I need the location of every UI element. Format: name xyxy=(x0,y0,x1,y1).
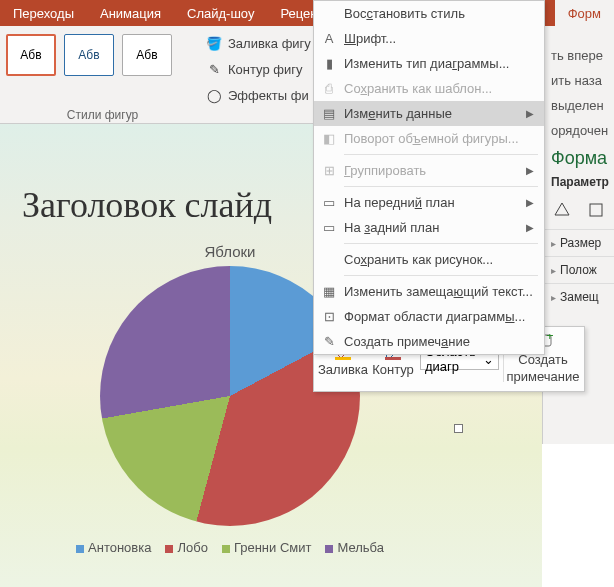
submenu-arrow-icon: ▶ xyxy=(524,108,536,119)
menu-item-label: Изменить данные xyxy=(344,106,524,121)
context-menu-item: ⎙Сохранить как шаблон... xyxy=(314,76,544,101)
menu-item-icon: ▮ xyxy=(314,56,344,71)
menu-item-icon: ▭ xyxy=(314,220,344,235)
legend-item-0[interactable]: Антоновка xyxy=(76,540,151,555)
section-alttext[interactable]: Замещ xyxy=(543,283,614,310)
tab-slideshow[interactable]: Слайд-шоу xyxy=(174,0,267,26)
menu-item-icon: ⊞ xyxy=(314,163,344,178)
send-backward-label[interactable]: ить наза xyxy=(551,73,608,88)
selection-pane-label[interactable]: выделен xyxy=(551,98,608,113)
menu-item-label: Поворот объемной фигуры... xyxy=(344,131,536,146)
context-menu-item[interactable]: ▮Изменить тип диаграммы... xyxy=(314,51,544,76)
svg-rect-4 xyxy=(385,357,401,360)
menu-item-icon: ▤ xyxy=(314,106,344,121)
menu-item-icon: ▭ xyxy=(314,195,344,210)
tab-format[interactable]: Форм xyxy=(555,0,614,26)
chart-legend: Антоновка Лобо Гренни Смит Мельба xyxy=(0,526,460,555)
menu-item-label: Сохранить как рисунок... xyxy=(344,252,536,267)
shape-fill-label: Заливка фигу xyxy=(228,36,311,51)
context-menu-separator xyxy=(344,154,538,155)
submenu-arrow-icon: ▶ xyxy=(524,197,536,208)
bring-forward-label[interactable]: ть впере xyxy=(551,48,608,63)
tab-transitions[interactable]: Переходы xyxy=(0,0,87,26)
shape-tool-column: 🪣 Заливка фигу ✎ Контур фигу ◯ Эффекты ф… xyxy=(205,26,311,123)
group-label-shape-styles: Стили фигур xyxy=(6,108,199,122)
bucket-icon: 🪣 xyxy=(205,34,223,52)
shape-style-2[interactable]: Абв xyxy=(64,34,114,76)
shape-style-1[interactable]: Абв xyxy=(6,34,56,76)
arrange-label[interactable]: орядочен xyxy=(551,123,608,138)
menu-item-icon: ⎙ xyxy=(314,81,344,96)
menu-item-label: На задний план xyxy=(344,220,524,235)
shape-style-gallery: Абв Абв Абв Стили фигур xyxy=(0,26,205,123)
menu-item-icon: ⊡ xyxy=(314,309,344,324)
context-menu-separator xyxy=(344,243,538,244)
context-menu: Восстановить стильAШрифт...▮Изменить тип… xyxy=(313,0,545,355)
fill-line-icon[interactable] xyxy=(549,197,575,223)
svg-rect-1 xyxy=(590,204,602,216)
context-menu-item: ◧Поворот объемной фигуры... xyxy=(314,126,544,151)
shape-effects-button[interactable]: ◯ Эффекты фи xyxy=(205,84,311,106)
selection-handle[interactable] xyxy=(454,424,463,433)
legend-item-3[interactable]: Мельба xyxy=(325,540,384,555)
menu-item-label: На передний план xyxy=(344,195,524,210)
legend-item-1[interactable]: Лобо xyxy=(165,540,207,555)
menu-item-icon: ◧ xyxy=(314,131,344,146)
mini-comment-label2: примечание xyxy=(507,369,580,384)
menu-item-icon: ✎ xyxy=(314,334,344,349)
pen-icon: ✎ xyxy=(205,60,223,78)
menu-item-label: Изменить замещающий текст... xyxy=(344,284,536,299)
mini-fill-label: Заливка xyxy=(318,362,368,377)
context-menu-item[interactable]: ▭На передний план▶ xyxy=(314,190,544,215)
mini-outline-label: Контур xyxy=(372,362,414,377)
legend-item-2[interactable]: Гренни Смит xyxy=(222,540,312,555)
effects-tab-icon[interactable] xyxy=(583,197,609,223)
menu-item-label: Группировать xyxy=(344,163,524,178)
tab-animations[interactable]: Анимация xyxy=(87,0,174,26)
context-menu-separator xyxy=(344,186,538,187)
context-menu-item[interactable]: ✎Создать примечание xyxy=(314,329,544,354)
menu-item-label: Изменить тип диаграммы... xyxy=(344,56,536,71)
menu-item-label: Формат области диаграммы... xyxy=(344,309,536,324)
section-size[interactable]: Размер xyxy=(543,229,614,256)
format-pane-title: Форма xyxy=(543,142,614,171)
menu-item-icon: A xyxy=(314,31,344,46)
context-menu-item[interactable]: ⊡Формат области диаграммы... xyxy=(314,304,544,329)
shape-style-3[interactable]: Абв xyxy=(122,34,172,76)
context-menu-item[interactable]: ▦Изменить замещающий текст... xyxy=(314,279,544,304)
context-menu-item[interactable]: ▭На задний план▶ xyxy=(314,215,544,240)
menu-item-icon: ▦ xyxy=(314,284,344,299)
menu-item-label: Сохранить как шаблон... xyxy=(344,81,536,96)
menu-item-label: Шрифт... xyxy=(344,31,536,46)
shape-outline-label: Контур фигу xyxy=(228,62,302,77)
menu-item-label: Создать примечание xyxy=(344,334,536,349)
context-menu-item[interactable]: Восстановить стиль xyxy=(314,1,544,26)
format-pane-subtitle: Параметр xyxy=(543,171,614,193)
shape-outline-button[interactable]: ✎ Контур фигу xyxy=(205,58,311,80)
svg-text:+: + xyxy=(546,334,554,343)
effects-icon: ◯ xyxy=(205,86,223,104)
section-position[interactable]: Полож xyxy=(543,256,614,283)
svg-rect-3 xyxy=(335,357,351,360)
submenu-arrow-icon: ▶ xyxy=(524,222,536,233)
context-menu-item: ⊞Группировать▶ xyxy=(314,158,544,183)
context-menu-item[interactable]: AШрифт... xyxy=(314,26,544,51)
context-menu-item[interactable]: ▤Изменить данные▶ xyxy=(314,101,544,126)
menu-item-label: Восстановить стиль xyxy=(344,6,536,21)
submenu-arrow-icon: ▶ xyxy=(524,165,536,176)
svg-marker-0 xyxy=(555,203,569,215)
slide-title-text[interactable]: Заголовок слайд xyxy=(22,184,272,226)
shape-effects-label: Эффекты фи xyxy=(228,88,309,103)
context-menu-separator xyxy=(344,275,538,276)
context-menu-item[interactable]: Сохранить как рисунок... xyxy=(314,247,544,272)
shape-fill-button[interactable]: 🪣 Заливка фигу xyxy=(205,32,311,54)
